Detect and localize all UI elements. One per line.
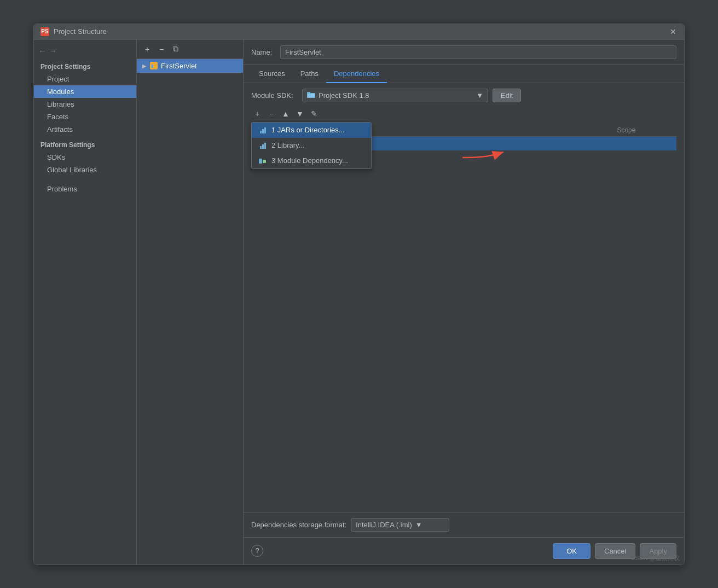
dep-column-scope: Scope [612,124,676,137]
storage-format-select[interactable]: IntelliJ IDEA (.iml) ▼ [351,518,449,532]
back-button[interactable]: ← [38,46,46,55]
sdk-row: Module SDK: Project SDK 1.8 [251,89,676,102]
module-name: FirstServlet [161,62,197,70]
project-structure-dialog: PS Project Structure ✕ ← → Project Setti… [33,24,685,565]
edit-dep-button[interactable]: ✎ [308,108,320,120]
folder-icon [307,91,316,100]
forward-button[interactable]: → [49,46,57,55]
content-area: Module SDK: Project SDK 1.8 [244,83,684,512]
dropdown-item-library-label: 2 Library... [271,141,304,149]
sidebar-item-sdks[interactable]: SDKs [34,151,136,164]
svg-rect-1 [154,63,155,68]
add-dep-dropdown: 1 JARs or Directories... 2 Library... [251,122,372,169]
jars-icon [258,126,267,135]
sidebar-item-problems[interactable]: Problems [34,183,136,195]
footer: ? OK Cancel Apply [244,537,684,564]
sdk-label: Module SDK: [251,91,298,100]
dep-toolbar: + − ▲ ▼ ✎ [251,108,676,120]
help-button[interactable]: ? [251,545,263,557]
sidebar-item-artifacts[interactable]: Artifacts [34,123,136,136]
copy-module-button[interactable]: ⧉ [170,43,182,55]
dropdown-item-module-dep[interactable]: 3 Module Dependency... [252,153,371,168]
dropdown-item-jars-label: 1 JARs or Directories... [271,126,345,134]
move-down-dep-button[interactable]: ▼ [294,108,306,120]
svg-rect-3 [307,92,310,94]
sidebar: ← → Project Settings Project Modules Lib… [34,40,137,564]
add-dep-button[interactable]: + [251,108,263,120]
svg-rect-5 [259,159,262,164]
sidebar-item-modules[interactable]: Modules [34,85,136,98]
module-item-firstservlet[interactable]: ▶ FirstServlet [137,59,243,73]
sdk-select-text: Project SDK 1.8 [307,91,369,100]
platform-settings-label: Platform Settings [34,136,136,151]
svg-rect-4 [308,94,315,97]
app-icon: PS [40,27,49,36]
sidebar-item-facets[interactable]: Facets [34,110,136,123]
add-module-button[interactable]: + [141,43,153,55]
ok-button[interactable]: OK [553,543,590,559]
storage-format-value: IntelliJ IDEA (.iml) [356,521,412,529]
sidebar-item-libraries[interactable]: Libraries [34,98,136,110]
cancel-button[interactable]: Cancel [595,543,635,559]
tab-sources[interactable]: Sources [251,65,293,83]
storage-row: Dependencies storage format: IntelliJ ID… [244,512,684,537]
remove-module-button[interactable]: − [155,43,167,55]
sdk-select[interactable]: Project SDK 1.8 ▼ [302,89,488,102]
storage-dropdown-arrow-icon: ▼ [415,521,422,529]
dropdown-item-jars[interactable]: 1 JARs or Directories... [252,123,371,138]
sdk-value: Project SDK 1.8 [319,91,369,100]
title-bar: PS Project Structure ✕ [34,24,684,40]
close-button[interactable]: ✕ [669,27,678,36]
name-input[interactable] [280,45,676,59]
tabs-row: Sources Paths Dependencies [244,65,684,83]
sidebar-item-global-libraries[interactable]: Global Libraries [34,164,136,176]
storage-format-label: Dependencies storage format: [251,521,346,529]
remove-dep-button[interactable]: − [265,108,277,120]
sidebar-item-project[interactable]: Project [34,73,136,85]
dropdown-item-library[interactable]: 2 Library... [252,138,371,153]
middle-toolbar: + − ⧉ [137,40,243,59]
move-up-dep-button[interactable]: ▲ [280,108,292,120]
title-bar-left: PS Project Structure [40,27,107,36]
name-row: Name: [244,40,684,65]
module-icon [150,62,158,69]
module-dep-icon [258,156,267,165]
tab-paths[interactable]: Paths [293,65,326,83]
middle-panel: + − ⧉ ▶ FirstServlet [137,40,244,564]
dep-row-sdk-scope [612,136,676,150]
expand-arrow-icon: ▶ [142,63,147,69]
library-icon [258,141,267,150]
nav-arrows: ← → [34,44,136,60]
dialog-title: Project Structure [54,27,107,36]
dropdown-item-module-dep-label: 3 Module Dependency... [271,156,348,165]
svg-rect-0 [152,65,153,68]
edit-sdk-button[interactable]: Edit [493,89,521,102]
name-label: Name: [251,48,276,56]
sdk-dropdown-arrow-icon: ▼ [476,91,483,100]
dialog-body: ← → Project Settings Project Modules Lib… [34,40,684,564]
tab-dependencies[interactable]: Dependencies [326,65,387,83]
svg-rect-6 [263,160,266,163]
watermark: CSDN @基晨简议 [631,554,680,562]
footer-left: ? [251,545,263,557]
right-panel: Name: Sources Paths Dependencies Module … [244,40,684,564]
project-settings-label: Project Settings [34,60,136,73]
